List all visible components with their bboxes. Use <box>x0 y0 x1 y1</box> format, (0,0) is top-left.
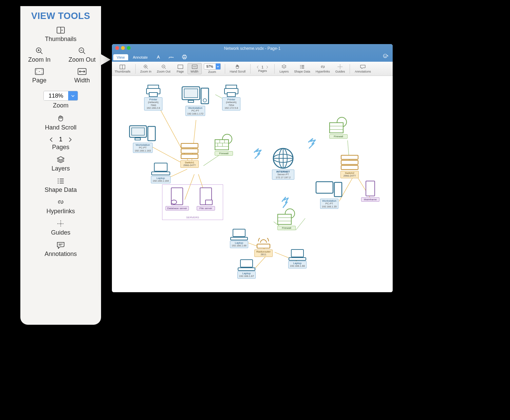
next-page-icon[interactable] <box>266 65 268 69</box>
traffic-lights <box>115 46 131 50</box>
layers-icon <box>56 156 65 164</box>
svg-point-15 <box>39 71 40 72</box>
svg-marker-18 <box>57 157 64 160</box>
node-printer-2[interactable]: Printer(network)7954192.172.5.8 <box>222 84 240 111</box>
node-workstation-left[interactable]: WorkstationPC-PT192.168.1.163 <box>129 125 157 153</box>
tb-fit-width[interactable]: Width <box>188 63 202 74</box>
file-server-icon <box>197 187 214 206</box>
node-workstation-top[interactable]: WorkstationPC-PT192.168.1.172 <box>181 86 209 116</box>
chevron-down-icon[interactable] <box>68 91 78 100</box>
chevron-down-icon[interactable] <box>216 63 220 69</box>
callout-width[interactable]: Width <box>66 67 98 84</box>
printer-icon <box>224 84 239 97</box>
maximize-icon[interactable] <box>127 46 131 50</box>
svg-rect-84 <box>132 128 144 135</box>
signature-icon[interactable] <box>168 55 174 59</box>
switch-icon <box>340 154 359 171</box>
diagram-canvas[interactable]: Printer(network)7960192.168.2.8 Workstat… <box>112 76 393 292</box>
node-laptop-left[interactable]: Laptop192.168.1.164 <box>151 162 171 183</box>
svg-rect-77 <box>188 100 194 102</box>
fit-page-icon <box>35 67 44 76</box>
callout-annotations[interactable]: Annotations <box>23 241 98 258</box>
print-icon[interactable] <box>182 55 187 59</box>
node-switch-1[interactable]: Switch12960-24TT <box>180 142 199 168</box>
callout-layers[interactable]: Layers <box>23 156 98 172</box>
fit-width-icon <box>78 67 86 76</box>
node-mainframe[interactable]: Mainframe <box>361 180 379 202</box>
svg-line-62 <box>203 154 221 166</box>
globe-icon <box>272 147 294 169</box>
tb-shape-data[interactable]: Shape Data <box>291 64 313 73</box>
svg-rect-129 <box>289 258 306 260</box>
next-page-icon[interactable] <box>68 137 72 142</box>
tb-hand-scroll[interactable]: Hand Scroll <box>227 64 249 73</box>
annotations-icon <box>56 241 65 249</box>
shape-data-icon <box>56 177 65 185</box>
callout-zoom-in[interactable]: Zoom In <box>23 47 56 63</box>
pdf-export-icon[interactable] <box>156 55 161 59</box>
annotations-icon <box>360 64 366 69</box>
tb-fit-page[interactable]: Page <box>173 64 188 73</box>
svg-line-66 <box>296 218 305 230</box>
zoom-out-icon <box>161 64 166 69</box>
tb-zoom-control[interactable] <box>204 63 221 69</box>
node-laptop-b2[interactable]: Laptop192.168.1.67 <box>237 259 256 279</box>
minimize-icon[interactable] <box>121 46 125 50</box>
node-file-server[interactable]: File server <box>197 187 215 211</box>
tb-zoom-out[interactable]: Zoom Out <box>154 64 173 73</box>
tb-hyperlinks[interactable]: Hyperlinks <box>313 64 333 73</box>
callout-zoom-input[interactable] <box>44 92 68 100</box>
callout-page-number: 1 <box>59 136 62 143</box>
svg-line-38 <box>147 68 148 69</box>
svg-rect-123 <box>257 244 270 248</box>
tb-annotations[interactable]: Annotations <box>352 64 374 73</box>
svg-rect-85 <box>135 138 140 140</box>
svg-rect-93 <box>215 140 229 150</box>
tb-guides[interactable]: Guides <box>333 64 348 73</box>
callout-shape-data[interactable]: Shape Data <box>23 177 98 194</box>
laptop-icon <box>288 249 307 261</box>
svg-rect-114 <box>341 160 358 164</box>
node-laptop-b3[interactable]: Laptop192.168.1.68 <box>288 249 307 268</box>
window-title: Network scheme.vsdx - Page-1 <box>112 44 393 51</box>
close-icon[interactable] <box>115 46 119 50</box>
workstation-icon <box>181 86 209 106</box>
tab-view[interactable]: View <box>113 54 128 60</box>
prev-page-icon[interactable] <box>257 65 259 69</box>
tb-thumbnails[interactable]: Thumbnails <box>112 64 133 73</box>
tb-zoom-input[interactable] <box>204 65 216 68</box>
node-switch-2[interactable]: Switch22960-24TT <box>340 154 359 178</box>
prev-page-icon[interactable] <box>50 137 53 142</box>
node-database-server[interactable]: Database server <box>165 187 189 211</box>
tb-layers[interactable]: Layers <box>277 64 291 73</box>
svg-rect-74 <box>149 93 157 97</box>
callout-hand-scroll[interactable]: Hand Scroll <box>23 115 98 131</box>
node-laptop-b1[interactable]: Laptop192.168.1.66 <box>230 228 248 248</box>
feedback-icon[interactable] <box>382 54 389 58</box>
workstation-icon <box>315 181 343 199</box>
node-radiorouter[interactable]: Radiorouter2811 <box>254 238 273 257</box>
node-firewall-bottom[interactable]: Firewall <box>276 208 297 230</box>
callout-page[interactable]: Page <box>23 67 56 84</box>
tb-zoom-in[interactable]: Zoom In <box>138 64 154 73</box>
svg-rect-88 <box>152 172 170 175</box>
printer-icon <box>146 84 161 97</box>
mainframe-icon <box>365 180 376 197</box>
node-internet[interactable]: INTERNETServer-PT172.17.197.2 <box>272 147 294 180</box>
callout-zoom-control[interactable] <box>43 91 78 101</box>
callout-thumbnails[interactable]: Thumbnails <box>23 26 98 43</box>
callout-guides[interactable]: Guides <box>23 220 98 236</box>
node-firewall-mid[interactable]: Firewall <box>214 134 234 156</box>
router-icon <box>255 238 272 249</box>
svg-point-101 <box>171 200 177 204</box>
callout-zoom-out[interactable]: Zoom Out <box>66 47 98 63</box>
callout-hyperlinks[interactable]: Hyperlinks <box>23 198 98 215</box>
hand-icon <box>235 64 240 69</box>
zoom-out-icon <box>78 47 86 55</box>
node-printer-1[interactable]: Printer(network)7960192.168.2.8 <box>144 84 162 111</box>
laptop-icon <box>151 162 171 176</box>
node-workstation-right[interactable]: WorkstationPC-PT192.168.1.35 <box>315 181 343 209</box>
tab-annotate[interactable]: Annotate <box>130 54 151 60</box>
node-firewall-right[interactable]: Firewall <box>328 117 349 139</box>
thumbnails-icon <box>56 26 65 34</box>
